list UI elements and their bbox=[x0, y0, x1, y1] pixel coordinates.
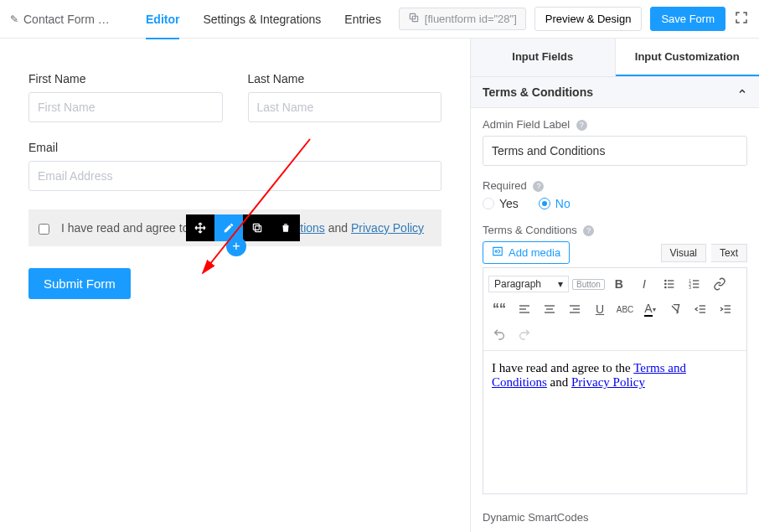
svg-point-7 bbox=[665, 284, 666, 285]
last-name-label: Last Name bbox=[248, 72, 442, 85]
required-label: Required ? bbox=[483, 179, 747, 192]
dynamic-smartcodes-label: Dynamic SmartCodes bbox=[471, 509, 759, 529]
tab-editor[interactable]: Editor bbox=[146, 0, 179, 39]
duplicate-icon[interactable] bbox=[243, 214, 271, 241]
panel-header[interactable]: Terms & Conditions bbox=[471, 77, 759, 108]
editor-toolbar: Paragraph ▾ Button B I 123 ““ bbox=[483, 268, 746, 351]
radio-dot-icon bbox=[483, 198, 494, 209]
editor-tab-text[interactable]: Text bbox=[711, 244, 747, 262]
form-title-area[interactable]: ✎ Contact Form De... bbox=[10, 13, 127, 26]
undo-icon[interactable] bbox=[488, 324, 510, 344]
editor-privacy-link[interactable]: Privacy Policy bbox=[571, 375, 645, 389]
form-title: Contact Form De... bbox=[23, 13, 116, 26]
form-canvas: First Name Last Name Email I have read a… bbox=[0, 39, 470, 532]
fullscreen-icon[interactable] bbox=[734, 10, 749, 28]
email-input[interactable] bbox=[28, 161, 441, 191]
email-label: Email bbox=[28, 141, 441, 154]
svg-point-5 bbox=[495, 251, 497, 252]
tab-input-fields[interactable]: Input Fields bbox=[471, 39, 616, 76]
copy-icon bbox=[408, 12, 420, 26]
admin-field-label: Admin Field Label ? bbox=[483, 118, 747, 131]
help-icon[interactable]: ? bbox=[576, 120, 587, 131]
align-left-icon[interactable] bbox=[514, 299, 535, 319]
chevron-up-icon bbox=[737, 85, 747, 99]
privacy-link[interactable]: Privacy Policy bbox=[351, 221, 424, 235]
clear-format-icon[interactable] bbox=[664, 299, 686, 319]
svg-point-8 bbox=[665, 287, 666, 288]
tab-entries[interactable]: Entries bbox=[344, 0, 381, 39]
delete-icon[interactable] bbox=[271, 214, 300, 241]
first-name-label: First Name bbox=[28, 72, 223, 85]
svg-rect-2 bbox=[256, 226, 261, 232]
move-icon[interactable] bbox=[186, 214, 214, 241]
admin-field-input[interactable] bbox=[483, 136, 747, 166]
align-center-icon[interactable] bbox=[539, 299, 560, 319]
tnc-editor-label: Terms & Conditions ? bbox=[483, 224, 747, 236]
editor-content[interactable]: I have read and agree to the Terms and C… bbox=[483, 351, 746, 493]
edit-icon: ✎ bbox=[10, 13, 18, 25]
media-icon bbox=[492, 245, 503, 260]
redo-icon[interactable] bbox=[514, 324, 535, 344]
shortcode-text: [fluentform id="28"] bbox=[425, 13, 517, 25]
required-yes-radio[interactable]: Yes bbox=[483, 197, 519, 210]
underline-icon[interactable]: U bbox=[589, 299, 611, 319]
main-tabs: Editor Settings & Integrations Entries bbox=[146, 0, 381, 39]
indent-icon[interactable] bbox=[715, 299, 736, 319]
svg-rect-3 bbox=[253, 224, 259, 230]
number-list-icon[interactable]: 123 bbox=[684, 274, 705, 294]
tab-input-customization[interactable]: Input Customization bbox=[616, 39, 760, 76]
help-icon[interactable]: ? bbox=[533, 181, 544, 192]
editor-tab-visual[interactable]: Visual bbox=[661, 244, 706, 262]
bullet-list-icon[interactable] bbox=[658, 274, 680, 294]
preview-button[interactable]: Preview & Design bbox=[534, 7, 643, 31]
quote-icon[interactable]: ““ bbox=[488, 299, 510, 319]
submit-button[interactable]: Submit Form bbox=[28, 268, 131, 299]
add-field-button[interactable]: + bbox=[226, 236, 246, 256]
panel-title: Terms & Conditions bbox=[483, 85, 593, 99]
top-bar: ✎ Contact Form De... Editor Settings & I… bbox=[0, 0, 759, 39]
link-icon[interactable] bbox=[709, 274, 731, 294]
terms-checkbox[interactable] bbox=[39, 224, 49, 235]
italic-icon[interactable]: I bbox=[633, 274, 655, 294]
radio-dot-icon bbox=[539, 198, 550, 209]
right-sidebar: Input Fields Input Customization Terms &… bbox=[470, 39, 759, 532]
field-action-toolbar bbox=[186, 214, 300, 241]
help-icon[interactable]: ? bbox=[583, 225, 594, 236]
required-no-radio[interactable]: No bbox=[539, 197, 571, 210]
text-color-icon[interactable]: A ▾ bbox=[639, 299, 661, 319]
last-name-input[interactable] bbox=[248, 92, 442, 122]
svg-point-6 bbox=[665, 281, 666, 281]
align-right-icon[interactable] bbox=[564, 299, 586, 319]
button-format-pill[interactable]: Button bbox=[572, 279, 605, 290]
sidebar-tabs: Input Fields Input Customization bbox=[471, 39, 759, 77]
outdent-icon[interactable] bbox=[689, 299, 711, 319]
svg-text:3: 3 bbox=[689, 286, 691, 290]
tab-settings[interactable]: Settings & Integrations bbox=[203, 0, 321, 39]
shortcode-box[interactable]: [fluentform id="28"] bbox=[399, 8, 526, 30]
topbar-right: [fluentform id="28"] Preview & Design Sa… bbox=[399, 7, 749, 31]
add-media-button[interactable]: Add media bbox=[483, 241, 570, 264]
chevron-down-icon: ▾ bbox=[558, 278, 563, 290]
wysiwyg-editor: Paragraph ▾ Button B I 123 ““ bbox=[483, 267, 747, 494]
first-name-input[interactable] bbox=[28, 92, 223, 122]
terms-field-block[interactable]: I have read and agree to the Terms and C… bbox=[28, 209, 441, 246]
format-dropdown[interactable]: Paragraph ▾ bbox=[488, 276, 569, 292]
save-button[interactable]: Save Form bbox=[650, 7, 725, 31]
bold-icon[interactable]: B bbox=[608, 274, 630, 294]
strike-icon[interactable]: ABC bbox=[614, 299, 636, 319]
